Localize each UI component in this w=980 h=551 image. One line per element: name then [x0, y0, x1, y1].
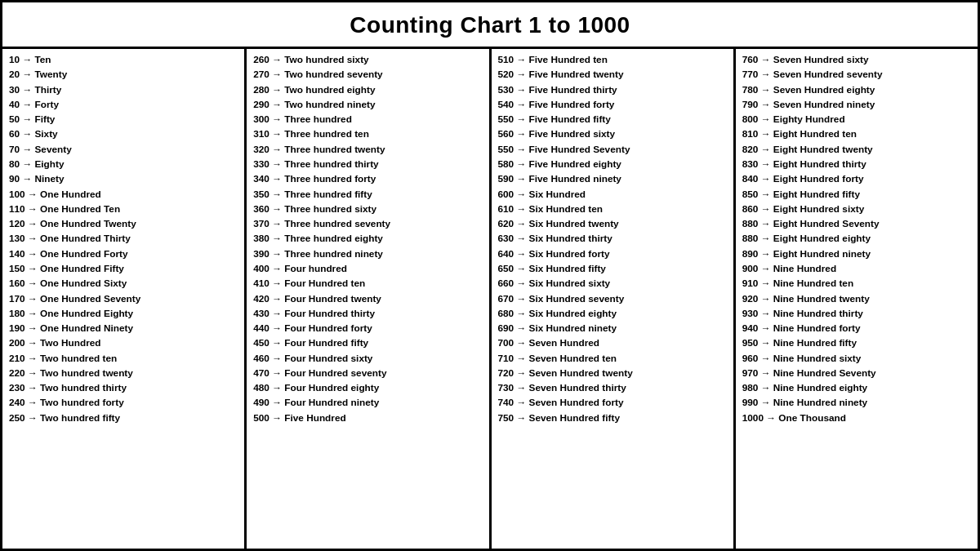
list-item: 800 → Eighty Hundred [742, 112, 971, 127]
list-item: 660 → Six Hundred sixty [498, 276, 727, 291]
list-item: 30 → Thirty [9, 82, 238, 97]
list-item: 310 → Three hundred ten [253, 127, 482, 141]
list-item: 750 → Seven Hundred fifty [498, 411, 727, 425]
list-item: 770 → Seven Hundred seventy [742, 67, 971, 82]
list-item: 260 → Two hundred sixty [253, 52, 482, 67]
list-item: 960 → Nine Hundred sixty [742, 351, 971, 366]
list-item: 550 → Five Hundred Seventy [498, 142, 727, 157]
list-item: 10 → Ten [9, 52, 238, 67]
list-item: 130 → One Hundred Thirty [9, 231, 238, 246]
list-item: 320 → Three hundred twenty [253, 142, 482, 157]
list-item: 580 → Five Hundred eighty [498, 157, 727, 171]
list-item: 190 → One Hundred Ninety [9, 321, 238, 335]
list-item: 530 → Five Hundred thirty [498, 82, 727, 97]
list-item: 940 → Nine Hundred forty [742, 321, 971, 335]
list-item: 250 → Two hundred fifty [9, 411, 238, 425]
list-item: 40 → Forty [9, 97, 238, 112]
list-item: 980 → Nine Hundred eighty [742, 380, 971, 395]
list-item: 350 → Three hundred fifty [253, 187, 482, 202]
list-item: 670 → Six Hundred seventy [498, 291, 727, 306]
list-item: 700 → Seven Hundred [498, 335, 727, 350]
list-item: 990 → Nine Hundred ninety [742, 395, 971, 410]
list-item: 150 → One Hundred Fifty [9, 261, 238, 276]
list-item: 140 → One Hundred Forty [9, 247, 238, 261]
list-item: 720 → Seven Hundred twenty [498, 366, 727, 380]
list-item: 910 → Nine Hundred ten [742, 276, 971, 291]
list-item: 370 → Three hundred seventy [253, 216, 482, 231]
list-item: 430 → Four Hundred thirty [253, 306, 482, 321]
column-3: 510 → Five Hundred ten520 → Five Hundred… [492, 49, 736, 549]
list-item: 600 → Six Hundred [498, 187, 727, 202]
list-item: 500 → Five Hundred [253, 411, 482, 425]
column-1: 10 → Ten20 → Twenty30 → Thirty40 → Forty… [2, 49, 247, 549]
list-item: 180 → One Hundred Eighty [9, 306, 238, 321]
list-item: 790 → Seven Hundred ninety [742, 97, 971, 112]
list-item: 100 → One Hundred [9, 187, 238, 202]
list-item: 200 → Two Hundred [9, 335, 238, 350]
list-item: 490 → Four Hundred ninety [253, 395, 482, 410]
list-item: 300 → Three hundred [253, 112, 482, 127]
list-item: 920 → Nine Hundred twenty [742, 291, 971, 306]
list-item: 610 → Six Hundred ten [498, 202, 727, 216]
list-item: 480 → Four Hundred eighty [253, 380, 482, 395]
list-item: 1000 → One Thousand [742, 411, 971, 425]
list-item: 90 → Ninety [9, 171, 238, 186]
page-title: Counting Chart 1 to 1000 [2, 12, 978, 38]
list-item: 420 → Four Hundred twenty [253, 291, 482, 306]
list-item: 840 → Eight Hundred forty [742, 171, 971, 186]
list-item: 970 → Nine Hundred Seventy [742, 366, 971, 380]
list-item: 50 → Fifty [9, 112, 238, 127]
list-item: 220 → Two hundred twenty [9, 366, 238, 380]
list-item: 240 → Two hundred forty [9, 395, 238, 410]
column-2: 260 → Two hundred sixty270 → Two hundred… [247, 49, 491, 549]
title-bar: Counting Chart 1 to 1000 [2, 2, 978, 49]
list-item: 820 → Eight Hundred twenty [742, 142, 971, 157]
list-item: 880 → Eight Hundred Seventy [742, 216, 971, 231]
list-item: 270 → Two hundred seventy [253, 67, 482, 82]
list-item: 70 → Seventy [9, 142, 238, 157]
list-item: 650 → Six Hundred fifty [498, 261, 727, 276]
columns-container: 10 → Ten20 → Twenty30 → Thirty40 → Forty… [2, 49, 978, 549]
list-item: 360 → Three hundred sixty [253, 202, 482, 216]
list-item: 540 → Five Hundred forty [498, 97, 727, 112]
list-item: 730 → Seven Hundred thirty [498, 380, 727, 395]
list-item: 740 → Seven Hundred forty [498, 395, 727, 410]
list-item: 880 → Eight Hundred eighty [742, 231, 971, 246]
list-item: 590 → Five Hundred ninety [498, 171, 727, 186]
list-item: 780 → Seven Hundred eighty [742, 82, 971, 97]
list-item: 290 → Two hundred ninety [253, 97, 482, 112]
list-item: 640 → Six Hundred forty [498, 247, 727, 261]
list-item: 60 → Sixty [9, 127, 238, 141]
list-item: 20 → Twenty [9, 67, 238, 82]
list-item: 900 → Nine Hundred [742, 261, 971, 276]
list-item: 710 → Seven Hundred ten [498, 351, 727, 366]
list-item: 280 → Two hundred eighty [253, 82, 482, 97]
list-item: 390 → Three hundred ninety [253, 247, 482, 261]
list-item: 460 → Four Hundred sixty [253, 351, 482, 366]
list-item: 950 → Nine Hundred fifty [742, 335, 971, 350]
list-item: 210 → Two hundred ten [9, 351, 238, 366]
list-item: 450 → Four Hundred fifty [253, 335, 482, 350]
list-item: 470 → Four Hundred seventy [253, 366, 482, 380]
list-item: 110 → One Hundred Ten [9, 202, 238, 216]
list-item: 80 → Eighty [9, 157, 238, 171]
list-item: 930 → Nine Hundred thirty [742, 306, 971, 321]
list-item: 510 → Five Hundred ten [498, 52, 727, 67]
list-item: 520 → Five Hundred twenty [498, 67, 727, 82]
list-item: 400 → Four hundred [253, 261, 482, 276]
list-item: 830 → Eight Hundred thirty [742, 157, 971, 171]
list-item: 560 → Five Hundred sixty [498, 127, 727, 141]
list-item: 810 → Eight Hundred ten [742, 127, 971, 141]
list-item: 760 → Seven Hundred sixty [742, 52, 971, 67]
list-item: 230 → Two hundred thirty [9, 380, 238, 395]
list-item: 380 → Three hundred eighty [253, 231, 482, 246]
list-item: 550 → Five Hundred fifty [498, 112, 727, 127]
list-item: 690 → Six Hundred ninety [498, 321, 727, 335]
list-item: 410 → Four Hundred ten [253, 276, 482, 291]
list-item: 340 → Three hundred forty [253, 171, 482, 186]
list-item: 170 → One Hundred Seventy [9, 291, 238, 306]
list-item: 160 → One Hundred Sixty [9, 276, 238, 291]
list-item: 890 → Eight Hundred ninety [742, 247, 971, 261]
list-item: 120 → One Hundred Twenty [9, 216, 238, 231]
column-4: 760 → Seven Hundred sixty770 → Seven Hun… [736, 49, 978, 549]
